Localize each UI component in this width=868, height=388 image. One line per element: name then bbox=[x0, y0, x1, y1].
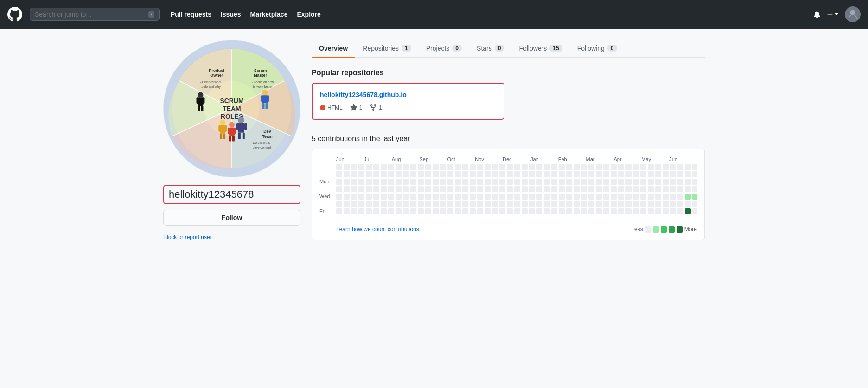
svg-rect-50 bbox=[236, 123, 239, 130]
graph-cell bbox=[351, 208, 357, 214]
graph-cell bbox=[440, 171, 446, 177]
nav-explore[interactable]: Explore bbox=[297, 11, 320, 18]
legend-cell-3 bbox=[669, 226, 675, 233]
graph-cell bbox=[440, 164, 446, 170]
graph-cell bbox=[462, 171, 468, 177]
graph-cell bbox=[373, 164, 379, 170]
graph-week bbox=[581, 164, 587, 222]
graph-cell bbox=[433, 208, 439, 214]
tab-stars[interactable]: Stars 0 bbox=[469, 40, 511, 58]
follow-button[interactable]: Follow bbox=[163, 210, 300, 226]
graph-cell bbox=[440, 194, 446, 200]
graph-cell bbox=[633, 164, 639, 170]
tab-repositories[interactable]: Repositories 1 bbox=[355, 40, 419, 58]
graph-cell bbox=[581, 171, 587, 177]
graph-cell bbox=[344, 201, 350, 207]
graph-cell bbox=[470, 194, 476, 200]
nav-issues[interactable]: Issues bbox=[221, 11, 241, 18]
graph-week bbox=[618, 164, 624, 222]
graph-cell bbox=[648, 179, 654, 185]
graph-week bbox=[529, 164, 535, 222]
graph-cell bbox=[655, 194, 661, 200]
month-label: Feb bbox=[558, 156, 586, 162]
graph-cell bbox=[625, 194, 632, 200]
learn-contributions-link[interactable]: Learn how we count contributions. bbox=[336, 226, 421, 233]
graph-cell bbox=[336, 186, 342, 192]
graph-cell bbox=[611, 164, 617, 170]
graph-cell bbox=[344, 164, 350, 170]
tab-projects[interactable]: Projects 0 bbox=[419, 40, 469, 58]
svg-rect-27 bbox=[202, 97, 204, 104]
month-label: Nov bbox=[475, 156, 503, 162]
github-logo-icon[interactable] bbox=[7, 7, 22, 22]
graph-cell bbox=[655, 171, 661, 177]
graph-cell bbox=[358, 186, 364, 192]
tab-followers[interactable]: Followers 15 bbox=[511, 40, 569, 58]
graph-cell bbox=[403, 186, 409, 192]
graph-cell bbox=[640, 164, 646, 170]
graph-cell bbox=[581, 164, 587, 170]
nav-pull-requests[interactable]: Pull requests bbox=[171, 11, 211, 18]
svg-text:Product: Product bbox=[209, 68, 224, 73]
search-box[interactable]: / bbox=[30, 8, 160, 21]
graph-cell bbox=[403, 171, 409, 177]
graph-cell bbox=[499, 201, 505, 207]
svg-text:SCRUM: SCRUM bbox=[220, 97, 244, 104]
svg-rect-40 bbox=[220, 134, 222, 139]
graph-cell bbox=[485, 201, 491, 207]
profile-avatar: SCRUM TEAM ROLES Product Owner - Decides… bbox=[163, 40, 300, 177]
graph-cell bbox=[603, 164, 609, 170]
block-report-link[interactable]: Block or report user bbox=[163, 234, 212, 240]
graph-cell bbox=[611, 208, 617, 214]
graph-cell bbox=[485, 171, 491, 177]
svg-text:Scrum: Scrum bbox=[254, 68, 267, 73]
graph-cell bbox=[544, 171, 550, 177]
tab-overview[interactable]: Overview bbox=[312, 40, 355, 58]
graph-cell bbox=[344, 171, 350, 177]
repo-card-link[interactable]: hellokitty12345678.github.io bbox=[320, 91, 496, 98]
graph-inner: JunJulAugSepOctNovDecJanFebMarAprMayJunM… bbox=[319, 156, 697, 222]
graph-cell bbox=[529, 179, 535, 185]
graph-cell bbox=[447, 208, 453, 214]
graph-cell bbox=[396, 208, 402, 214]
graph-cell bbox=[618, 194, 624, 200]
graph-cell bbox=[648, 186, 654, 192]
graph-cell bbox=[625, 164, 632, 170]
graph-cell bbox=[677, 171, 683, 177]
graph-week bbox=[566, 164, 572, 222]
search-input[interactable] bbox=[35, 11, 145, 18]
graph-cell bbox=[581, 201, 587, 207]
contribution-graph: JunJulAugSepOctNovDecJanFebMarAprMayJunM… bbox=[312, 149, 705, 240]
graph-cell bbox=[499, 171, 505, 177]
navbar-nav: Pull requests Issues Marketplace Explore bbox=[171, 11, 321, 18]
tab-following[interactable]: Following 0 bbox=[570, 40, 625, 58]
graph-week bbox=[514, 164, 520, 222]
graph-cell bbox=[507, 208, 513, 214]
graph-cell bbox=[499, 186, 505, 192]
user-avatar[interactable] bbox=[845, 6, 861, 22]
graph-cell bbox=[544, 201, 550, 207]
graph-cell bbox=[685, 164, 691, 170]
graph-cell bbox=[588, 194, 594, 200]
graph-cell bbox=[381, 194, 387, 200]
graph-cell bbox=[373, 186, 379, 192]
svg-rect-33 bbox=[267, 95, 269, 102]
graph-cell bbox=[433, 186, 439, 192]
notifications-button[interactable] bbox=[813, 11, 821, 18]
nav-marketplace[interactable]: Marketplace bbox=[250, 11, 288, 18]
graph-cell bbox=[418, 171, 424, 177]
graph-cell bbox=[485, 164, 491, 170]
graph-cell bbox=[618, 186, 624, 192]
graph-cell bbox=[692, 201, 697, 207]
graph-cell bbox=[559, 179, 565, 185]
month-label: Jun bbox=[669, 156, 697, 162]
projects-count-badge: 0 bbox=[452, 45, 462, 52]
svg-rect-28 bbox=[198, 106, 200, 111]
repositories-count-badge: 1 bbox=[402, 45, 411, 52]
add-button[interactable] bbox=[826, 11, 839, 18]
repo-forks: 1 bbox=[370, 104, 382, 111]
graph-cell bbox=[522, 194, 528, 200]
graph-cell bbox=[455, 208, 461, 214]
graph-cell bbox=[440, 186, 446, 192]
graph-cell bbox=[618, 179, 624, 185]
